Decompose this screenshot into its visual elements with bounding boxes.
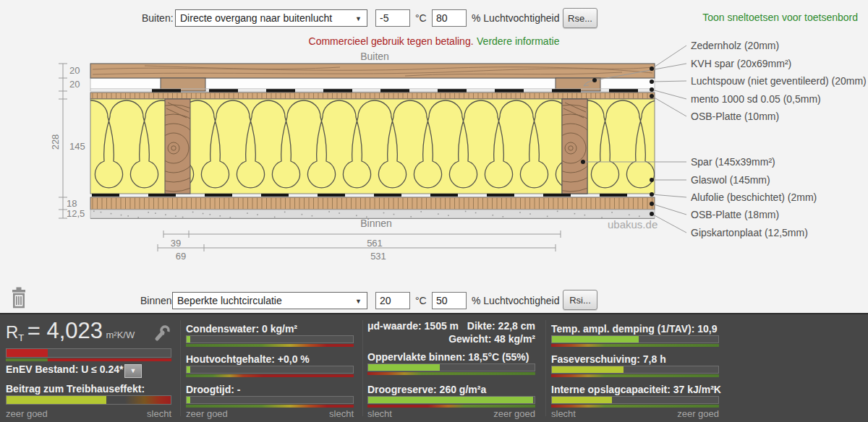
houtvocht-scale	[186, 374, 354, 377]
layer-label-zedernholz: Zedernholz (20mm)	[691, 40, 779, 51]
ghg-bar	[6, 395, 171, 405]
ubakus-watermark: ubakus.de	[608, 218, 657, 231]
rt-bar	[6, 348, 171, 358]
enev-standard-label: EnEV Bestand: U ≤ 0.24*	[6, 363, 124, 375]
ghg-label: Beitrag zum Treibhauseffekt:	[6, 383, 145, 395]
dimension-label: 12,5	[67, 208, 85, 219]
osb10-layer[interactable]	[90, 92, 655, 99]
tav-scale	[551, 344, 719, 347]
drawing-inside-caption: Binnen	[340, 218, 412, 229]
scale-caption-bad: slecht	[186, 408, 354, 419]
dikte-label: Dikte: 22,8 cm	[367, 320, 535, 332]
tav-bar	[551, 335, 719, 343]
layer-label-gips: Gipskartonplaat (12,5mm)	[691, 227, 808, 238]
gewicht-label: Gewicht: 48 kg/m²	[367, 333, 535, 345]
inside-surface-value: Beperkte luchtcirculatie	[177, 295, 282, 306]
inside-humidity-input[interactable]	[432, 292, 467, 309]
rt-scale	[6, 358, 171, 361]
oppervlakte-label: Oppervlakte binnen: 18,5°C (55%)	[367, 351, 529, 363]
scale-caption-bad: slecht	[6, 408, 171, 419]
layer-label-osb10: OSB-Platte (10mm)	[691, 111, 779, 122]
dimension-label: 69	[166, 251, 195, 262]
droogtijd-scale	[186, 405, 354, 408]
enev-dropdown-button[interactable]: ▼	[124, 364, 142, 378]
droogreserve-scale	[367, 405, 535, 408]
rt-subscript: T	[18, 332, 24, 343]
opslagcapaciteit-label: Interne opslagcapaciteit: 37 kJ/m²K	[551, 384, 721, 395]
layer-label-kvh-spar: KVH spar (20x69mm²)	[691, 58, 791, 69]
houtvocht-bar	[186, 366, 354, 374]
column-divider	[545, 320, 546, 416]
ubakus-uvalue-calculator: Buiten: Directe overgang naar buitenluch…	[0, 0, 868, 422]
condenswater-scale	[186, 344, 354, 347]
inside-humidity-unit: % Luchtvochtigheid	[472, 295, 559, 306]
droogreserve-label: Droogreserve: 260 g/m²a	[367, 384, 486, 395]
faseverschuiving-scale	[551, 374, 719, 377]
droogtijd-label: Droogtijd: -	[186, 384, 240, 395]
column-divider	[362, 320, 363, 416]
dimension-label: 531	[349, 251, 407, 262]
layer-label-mento: mento 1000 sd 0.05 (0,5mm)	[691, 93, 821, 105]
layer-label-osb18: OSB-Platte (18mm)	[691, 209, 779, 220]
scale-caption-good: zeer goed	[367, 408, 535, 419]
trash-icon[interactable]	[9, 286, 29, 309]
triangle-down-icon: ▼	[130, 367, 137, 374]
layer-label-alufolie: Alufolie (beschichtet) (2mm)	[691, 191, 817, 203]
dimension-label: 39	[161, 238, 190, 249]
inside-temperature-input[interactable]	[375, 292, 410, 309]
chevron-down-icon: ▼	[355, 298, 362, 305]
rt-unit: m²K/W	[106, 330, 135, 340]
osb18-layer[interactable]	[90, 197, 655, 210]
oppervlakte-scale	[367, 372, 535, 375]
layer-label-glaswol: Glaswol (145mm)	[691, 174, 770, 186]
scale-caption-good: zeer goed	[551, 408, 719, 419]
tav-label: Temp. ampl. demping (1/TAV): 10,9	[551, 323, 717, 335]
inside-surface-select[interactable]: Beperkte luchtcirculatie ▼	[172, 292, 367, 309]
results-panel: RT = 4,023 m²K/W EnEV Bestand: U ≤ 0.24*…	[0, 313, 868, 422]
rsi-button[interactable]: Rsi...	[563, 290, 597, 310]
dimension-label-total: 228	[50, 134, 61, 150]
rt-value: = 4,023	[27, 318, 103, 343]
inside-label: Binnen:	[140, 295, 174, 306]
opslagcapaciteit-scale	[551, 405, 719, 408]
condenswater-bar	[186, 335, 354, 343]
dimension-label: 18	[67, 198, 77, 209]
inside-temp-unit: °C	[415, 295, 427, 306]
condenswater-label: Condenswater: 0 kg/m²	[186, 323, 297, 335]
drawing-outside-caption: Buiten	[339, 51, 411, 62]
dimension-label: 20	[69, 79, 80, 90]
dimension-label: 20	[69, 65, 80, 76]
faseverschuiving-bar	[551, 366, 719, 374]
droogtijd-bar	[186, 396, 354, 404]
opslagcapaciteit-bar	[551, 396, 719, 404]
column-divider	[180, 320, 181, 416]
faseverschuiving-label: Faseverschuiving: 7,8 h	[551, 353, 666, 365]
wrench-icon[interactable]	[152, 324, 171, 342]
dimension-label: 145	[69, 141, 85, 152]
houtvocht-label: Houtvochtgehalte: +0,0 %	[186, 353, 310, 365]
rt-symbol: R	[6, 322, 18, 342]
layer-label-spar: Spar (145x39mm²)	[691, 156, 775, 168]
dimension-label: 561	[346, 238, 404, 249]
droogreserve-bar	[367, 396, 535, 404]
oppervlakte-bar	[367, 363, 535, 371]
zedernholz-layer[interactable]	[90, 64, 655, 78]
layer-label-luchtspouw: Luchtspouw (niet geventileerd) (20mm)	[691, 75, 867, 87]
rt-result: RT = 4,023 m²K/W	[6, 318, 135, 344]
